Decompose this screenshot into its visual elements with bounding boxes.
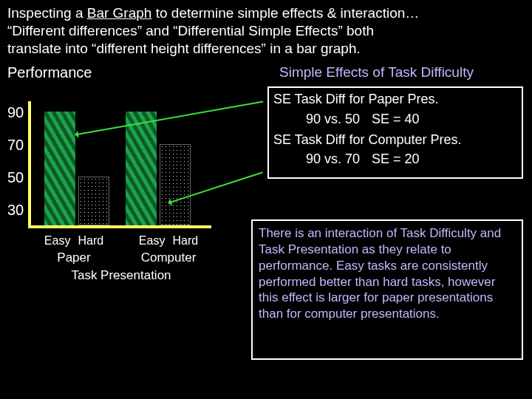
x-axis-label: Task Presentation — [28, 268, 214, 283]
se-paper-result: SE = 40 — [372, 112, 420, 126]
bar-paper-hard — [78, 177, 109, 225]
right-panel-title: Simple Effects of Task Difficulty — [279, 64, 474, 81]
se-computer-result: SE = 20 — [372, 151, 420, 166]
bar-computer-easy — [126, 112, 157, 225]
ytick-90: 90 — [7, 104, 24, 121]
heading-line3: translate into “different height differe… — [7, 41, 361, 56]
ytick-50: 50 — [7, 169, 24, 186]
cat-computer-easy: Easy — [139, 234, 166, 248]
cat-computer-hard: Hard — [172, 234, 198, 248]
se-paper-label: SE Task Diff for Paper Pres. — [273, 91, 517, 108]
bar-computer-hard — [160, 144, 191, 225]
group-paper: Paper — [30, 250, 118, 265]
heading-line1-pre: Inspecting a — [7, 5, 87, 21]
bar-paper-easy — [44, 112, 75, 225]
group-computer: Computer — [124, 250, 213, 265]
se-computer-calc: 90 vs. 70 — [306, 151, 360, 166]
heading-line2: “Different differences” and “Differentia… — [7, 23, 374, 38]
ytick-70: 70 — [7, 137, 24, 154]
chart-axes — [28, 101, 211, 228]
simple-effects-box: SE Task Diff for Paper Pres. 90 vs. 50SE… — [267, 86, 523, 179]
slide-heading: Inspecting a Bar Graph to determine simp… — [0, 0, 532, 60]
cat-paper-hard: Hard — [78, 234, 103, 248]
category-labels: Easy Hard Easy Hard — [28, 234, 214, 248]
group-labels: Paper Computer — [28, 250, 214, 265]
chart-title: Performance — [7, 64, 92, 81]
content-area: Performance 90 70 50 30 Easy Hard Easy H… — [0, 60, 532, 399]
cat-paper-easy: Easy — [44, 234, 71, 248]
se-paper-calc: 90 vs. 50 — [306, 112, 360, 126]
interpretation-box: There is an interaction of Task Difficul… — [251, 219, 523, 360]
heading-line1-underline: Bar Graph — [87, 5, 152, 21]
ytick-30: 30 — [7, 202, 24, 219]
heading-line1-post: to determine simple effects & interactio… — [151, 5, 419, 21]
se-computer-label: SE Task Diff for Computer Pres. — [273, 132, 517, 149]
